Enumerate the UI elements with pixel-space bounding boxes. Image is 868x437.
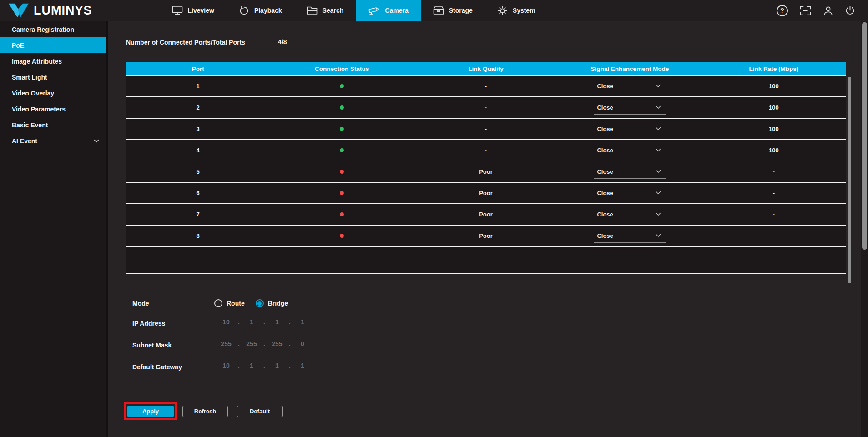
nav-tab-label: Camera bbox=[385, 7, 408, 14]
status-dot bbox=[340, 212, 344, 216]
signal-enhancement-cell: Close bbox=[558, 76, 701, 96]
sidebar: Camera Registration PoE Image Attributes… bbox=[0, 21, 108, 437]
sidebar-item-poe[interactable]: PoE bbox=[0, 37, 106, 53]
nav-tab-label: Playback bbox=[254, 7, 282, 14]
cctv-camera-icon bbox=[368, 5, 380, 15]
ports-summary-label: Number of Connected Ports/Total Ports bbox=[126, 39, 245, 46]
connection-status-cell bbox=[270, 226, 414, 246]
signal-enhancement-dropdown[interactable]: Close bbox=[594, 186, 666, 200]
port-cell: 7 bbox=[126, 204, 270, 225]
help-icon[interactable]: ? bbox=[777, 5, 788, 16]
port-cell: 5 bbox=[126, 161, 270, 182]
chevron-down-icon bbox=[656, 191, 661, 195]
col-header-signal-enhancement-mode: Signal Enhancement Mode bbox=[558, 62, 701, 75]
archive-box-icon bbox=[433, 6, 444, 15]
connection-status-cell bbox=[270, 119, 414, 139]
status-dot bbox=[340, 84, 344, 88]
default-gateway-input[interactable]: 10 . 1 . 1 . 1 bbox=[214, 362, 314, 372]
app-window: LUMINYS Liveview bbox=[0, 0, 868, 437]
sidebar-item-video-parameters[interactable]: Video Parameters bbox=[0, 101, 106, 117]
chevron-down-icon bbox=[656, 84, 661, 88]
link-quality-cell: - bbox=[414, 76, 558, 96]
apply-button[interactable]: Apply bbox=[127, 406, 174, 417]
topbar-utility-icons: ? bbox=[777, 5, 855, 16]
subnet-mask-input[interactable]: 255 . 255 . 255 . 0 bbox=[214, 340, 314, 350]
link-rate-cell: - bbox=[702, 161, 846, 182]
nav-tab-label: Search bbox=[323, 7, 344, 14]
nav-tab-camera[interactable]: Camera bbox=[356, 0, 420, 21]
signal-enhancement-dropdown[interactable]: Close bbox=[594, 101, 666, 115]
signal-enhancement-dropdown[interactable]: Close bbox=[594, 122, 666, 136]
mode-label: Mode bbox=[132, 300, 214, 307]
link-rate-cell: - bbox=[702, 183, 846, 203]
monitor-icon bbox=[172, 5, 183, 15]
signal-enhancement-dropdown[interactable]: Close bbox=[594, 229, 666, 243]
signal-enhancement-cell: Close bbox=[558, 97, 701, 118]
connection-status-cell bbox=[270, 183, 414, 203]
nav-tab-storage[interactable]: Storage bbox=[421, 0, 485, 21]
table-row: 3 - Close bbox=[126, 119, 846, 140]
table-row: 7 Poor Close bbox=[126, 204, 846, 226]
radio-bridge[interactable]: Bridge bbox=[256, 299, 288, 307]
nav-tab-playback[interactable]: Playback bbox=[227, 0, 294, 21]
sidebar-item-image-attributes[interactable]: Image Attributes bbox=[0, 53, 106, 69]
page-scrollbar[interactable] bbox=[861, 21, 868, 437]
col-header-connection-status: Connection Status bbox=[270, 62, 414, 75]
ip-address-row: IP Address 10 . 1 . 1 . 1 bbox=[132, 317, 314, 329]
nav-tab-search[interactable]: Search bbox=[294, 0, 356, 21]
sidebar-item-basic-event[interactable]: Basic Event bbox=[0, 117, 106, 133]
chevron-down-icon bbox=[656, 148, 661, 152]
power-icon[interactable] bbox=[845, 5, 855, 16]
user-icon[interactable] bbox=[823, 5, 833, 16]
radio-route[interactable]: Route bbox=[214, 299, 245, 307]
chevron-down-icon bbox=[656, 170, 661, 173]
link-rate-cell: 100 bbox=[702, 140, 846, 161]
ip-address-label: IP Address bbox=[132, 320, 214, 327]
signal-enhancement-dropdown[interactable]: Close bbox=[594, 144, 666, 157]
link-quality-cell: Poor bbox=[414, 226, 558, 246]
table-scrollbar[interactable] bbox=[848, 77, 851, 283]
signal-enhancement-cell: Close bbox=[558, 183, 701, 203]
table-row: 4 - Close bbox=[126, 140, 846, 161]
nav-tab-liveview[interactable]: Liveview bbox=[160, 0, 227, 21]
sidebar-item-smart-light[interactable]: Smart Light bbox=[0, 69, 106, 85]
signal-enhancement-dropdown[interactable]: Close bbox=[594, 165, 666, 179]
col-header-link-quality: Link Quality bbox=[414, 62, 558, 75]
col-header-link-rate: Link Rate (Mbps) bbox=[702, 62, 846, 75]
main-content: Number of Connected Ports/Total Ports 4/… bbox=[109, 21, 861, 437]
sidebar-item-ai-event[interactable]: AI Event bbox=[0, 133, 106, 149]
link-rate-cell: - bbox=[702, 226, 846, 246]
radio-circle bbox=[256, 299, 264, 307]
default-button[interactable]: Default bbox=[237, 406, 283, 417]
chevron-down-icon bbox=[656, 234, 661, 237]
dropdown-selected-value: Close bbox=[597, 168, 613, 175]
radio-bridge-label: Bridge bbox=[268, 300, 288, 307]
signal-enhancement-dropdown[interactable]: Close bbox=[594, 80, 666, 93]
gear-icon bbox=[497, 5, 508, 16]
nav-tab-label: System bbox=[513, 7, 535, 14]
port-cell: 8 bbox=[126, 226, 270, 246]
table-header-row: Port Connection Status Link Quality Sign… bbox=[126, 62, 846, 76]
connection-status-cell bbox=[270, 140, 414, 161]
sidebar-item-video-overlay[interactable]: Video Overlay bbox=[0, 85, 106, 101]
signal-enhancement-dropdown[interactable]: Close bbox=[594, 208, 666, 221]
brand-name: LUMINYS bbox=[34, 4, 92, 18]
status-dot bbox=[340, 191, 344, 195]
sidebar-item-camera-registration[interactable]: Camera Registration bbox=[0, 21, 106, 37]
refresh-button[interactable]: Refresh bbox=[182, 406, 228, 417]
folder-icon bbox=[307, 6, 318, 15]
action-buttons: Apply Refresh Default bbox=[124, 402, 283, 420]
link-rate-cell: 100 bbox=[702, 76, 846, 96]
ip-address-input[interactable]: 10 . 1 . 1 . 1 bbox=[214, 318, 314, 328]
port-cell: 3 bbox=[126, 119, 270, 139]
table-row: 6 Poor Close bbox=[126, 183, 846, 204]
table-row: 1 - Close bbox=[126, 76, 846, 97]
page-scrollbar-thumb[interactable] bbox=[862, 22, 867, 250]
link-rate-cell: - bbox=[702, 204, 846, 225]
chevron-down-icon bbox=[656, 105, 661, 109]
scan-icon[interactable] bbox=[799, 5, 812, 16]
nav-tab-system[interactable]: System bbox=[485, 0, 548, 21]
ports-summary: Number of Connected Ports/Total Ports 4/… bbox=[126, 38, 417, 47]
subnet-mask-label: Subnet Mask bbox=[132, 342, 214, 349]
signal-enhancement-cell: Close bbox=[558, 119, 701, 139]
